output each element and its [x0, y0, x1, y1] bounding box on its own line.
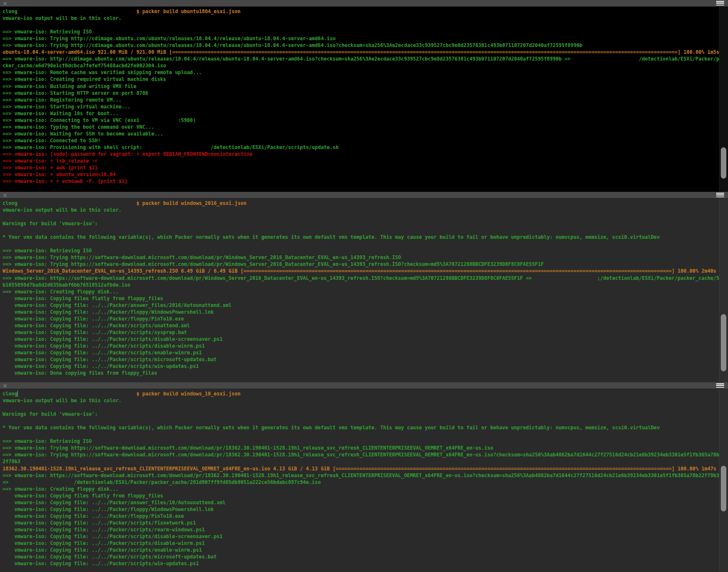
terminal-line: vmware-iso: Copying file: ../../Packer/s…	[3, 322, 722, 329]
terminal-text: vmware-iso: Copying file: ../../Packer/s…	[3, 540, 205, 546]
terminal-output[interactable]: clong $ packer build ubuntu1804_esxi.jso…	[0, 7, 728, 192]
terminal-line: vmware-iso: Copying files flatly from fl…	[3, 295, 722, 302]
scrollbar-thumb[interactable]	[721, 314, 726, 371]
terminal-text: vmware-iso: Copying file: ../../Packer/s…	[3, 533, 222, 539]
terminal-text: vmware-iso: Copying file: ../../Packer/f…	[3, 316, 184, 322]
terminal-line: ==> vmware-iso: Waiting 10s for boot...	[3, 110, 722, 117]
terminal-text: vmware-iso: Done copying files from flop…	[3, 370, 157, 376]
terminal-text	[17, 8, 136, 14]
terminal-text: * Your vmx data contains the following v…	[3, 425, 660, 431]
close-icon[interactable]: ×	[3, 193, 8, 198]
terminal-line: ubuntu-18.04.4-server-amd64.iso 921.00 M…	[3, 49, 722, 55]
terminal-line: ==> vmware-iso: Trying https://software-…	[3, 254, 722, 261]
terminal-text: ==> vmware-iso: Typing the boot command …	[3, 124, 154, 130]
terminal-text: ==> vmware-iso: Trying https://software-…	[3, 445, 493, 451]
terminal-line: ==> vmware-iso: https://software-downloa…	[3, 472, 722, 479]
terminal-text: ==> vmware-iso: Creating floppy disk...	[3, 486, 119, 492]
scrollbar-thumb[interactable]	[721, 466, 726, 511]
terminal-text: $ packer build windows_2016_esxi.json	[136, 200, 247, 206]
terminal-text: vmware-iso: Copying file: ../../Packer/s…	[3, 336, 222, 342]
terminal-text: ubuntu-18.04.4-server-amd64.iso 921.00 M…	[3, 49, 172, 55]
terminal-line: vmware-iso: Copying file: ../../Packer/s…	[3, 547, 722, 553]
terminal-line: vmware-iso: Copying file: ../../Packer/s…	[3, 363, 722, 370]
terminal-line	[3, 213, 722, 220]
terminal-line	[3, 227, 722, 234]
terminal-text: ========================================…	[243, 268, 672, 274]
terminal-line: vmware-iso output will be in this color.	[3, 397, 722, 404]
terminal-line	[3, 22, 722, 28]
terminal-line: ==> vmware-iso: Connecting to VM via VNC…	[3, 117, 722, 124]
terminal-text: Windows_Server_2016_Datacenter_EVAL_en-u…	[3, 268, 243, 274]
terminal-text: ==> vmware-iso: Connecting to VM via VNC…	[3, 117, 139, 123]
scrollbar[interactable]	[719, 7, 728, 192]
terminal-text: ==> vmware-iso: Creating floppy disk...	[3, 289, 119, 295]
terminal-line: * Your vmx data contains the following v…	[3, 234, 722, 240]
terminal-text	[570, 56, 639, 62]
menu-icon[interactable]	[716, 1, 724, 6]
terminal-line: ==> vmware-iso: Trying https://software-…	[3, 451, 722, 465]
terminal-text: /detectionlab/ESXi/Packer/scripts/update…	[211, 144, 339, 150]
terminal-line	[3, 240, 722, 247]
terminal-line: vmware-iso: Copying file: ../../Packer/a…	[3, 302, 722, 309]
terminal-line: ==> vmware-iso: Trying http://cdimage.ub…	[3, 35, 722, 42]
terminal-line: ==> vmware-iso: Starting virtual machine…	[3, 103, 722, 110]
terminal-line: ==> vmware-iso: https://software-downloa…	[3, 275, 722, 288]
terminal-text	[142, 144, 211, 150]
terminal-line: vmware-iso: Done copying files from flop…	[3, 370, 722, 376]
terminal-text: vmware-iso: Copying files flatly from fl…	[3, 296, 163, 301]
scrollbar[interactable]	[719, 199, 728, 382]
terminal-output[interactable]: clong▏ $ packer build windows_10_esxi.js…	[0, 389, 728, 572]
terminal-text: vmware-iso: Copying file: ../../Packer/s…	[3, 356, 217, 362]
terminal-text: vmware-iso: Copying file: ../../Packer/f…	[3, 309, 214, 315]
terminal-line: Warnings for build 'vmware-iso':	[3, 411, 722, 417]
terminal-text: ==> vmware-iso: Starting HTTP server on …	[3, 90, 148, 96]
terminal-text: ==> vmware-iso: + awk {print $2}	[3, 165, 98, 171]
terminal-text: =>	[3, 479, 8, 485]
terminal-text: ==> vmware-iso: Waiting for SSH to becom…	[3, 131, 163, 137]
terminal-line: Warnings for build 'vmware-iso':	[3, 220, 722, 227]
terminal-line: clong $ packer build ubuntu1804_esxi.jso…	[3, 8, 722, 15]
terminal-line: vmware-iso: Copying file: ../../Packer/a…	[3, 499, 722, 506]
pane-titlebar[interactable]: ×	[0, 382, 728, 389]
terminal-text: ] 100.00% 2m40s	[672, 268, 716, 274]
terminal-output[interactable]: clong $ packer build windows_2016_esxi.j…	[0, 199, 728, 382]
terminal-line: vmware-iso: Copying file: ../../Packer/s…	[3, 560, 722, 567]
terminal-text: vmware-iso output will be in this color.	[3, 207, 122, 213]
scrollbar[interactable]	[719, 389, 728, 572]
terminal-text: ==> vmware-iso: https://software-downloa…	[3, 473, 719, 478]
terminal-text: vmware-iso: Copying file: ../../Packer/s…	[3, 561, 199, 566]
close-icon[interactable]: ×	[3, 1, 8, 6]
terminal-text: vmware-iso: Copying file: ../../Packer/a…	[3, 500, 225, 506]
terminal-line	[3, 431, 722, 438]
terminal-line: vmware-iso: Copying file: ../../Packer/s…	[3, 519, 722, 526]
terminal-line: ==> vmware-iso: http://cdimage.ubuntu.co…	[3, 55, 722, 69]
terminal-line: ==> vmware-iso: + awk {print $2}	[3, 164, 722, 171]
terminal-text: ==> vmware-iso: Waiting 10s for boot...	[3, 111, 119, 116]
terminal-text: ==> vmware-iso: Trying http://cdimage.ub…	[3, 36, 336, 41]
close-icon[interactable]: ×	[3, 383, 8, 388]
menu-icon[interactable]	[716, 383, 724, 388]
terminal-line: ==> vmware-iso: Creating floppy disk...	[3, 486, 722, 492]
terminal-line: ==> vmware-iso: Typing the boot command …	[3, 124, 722, 130]
terminal-line: ==> vmware-iso: Provisioning with shell …	[3, 144, 722, 151]
terminal-line: ==> vmware-iso: + ubuntu_version=18.04	[3, 171, 722, 178]
terminal-text: ==> vmware-iso: Trying https://software-…	[3, 254, 401, 260]
pane-titlebar[interactable]: ×	[0, 0, 728, 7]
scrollbar-thumb[interactable]	[721, 147, 726, 179]
terminal-text	[532, 275, 597, 281]
terminal-text	[17, 200, 136, 206]
terminal-text: ========================================…	[172, 49, 678, 55]
terminal-line: vmware-iso: Copying file: ../../Packer/s…	[3, 336, 722, 343]
terminal-text: ==> vmware-iso: Trying https://software-…	[3, 452, 722, 464]
pane-titlebar[interactable]: ×	[0, 192, 728, 199]
menu-icon[interactable]	[716, 193, 724, 197]
terminal-line: vmware-iso: Copying files flatly from fl…	[3, 492, 722, 499]
terminal-text: ==> vmware-iso: Trying http://cdimage.ub…	[3, 42, 582, 48]
terminal-text: ==> vmware-iso: + ubuntu_version=18.04	[3, 171, 116, 177]
terminal-text: vmware-iso: Copying file: ../../Packer/s…	[3, 554, 217, 560]
terminal-line: vmware-iso: Copying file: ../../Packer/s…	[3, 533, 722, 540]
terminal-line: vmware-iso: Copying file: ../../Packer/s…	[3, 540, 722, 547]
terminal-text	[8, 479, 74, 485]
terminal-line: vmware-iso: Copying file: ../../Packer/s…	[3, 343, 722, 349]
terminal-line: vmware-iso: Copying file: ../../Packer/f…	[3, 513, 722, 519]
